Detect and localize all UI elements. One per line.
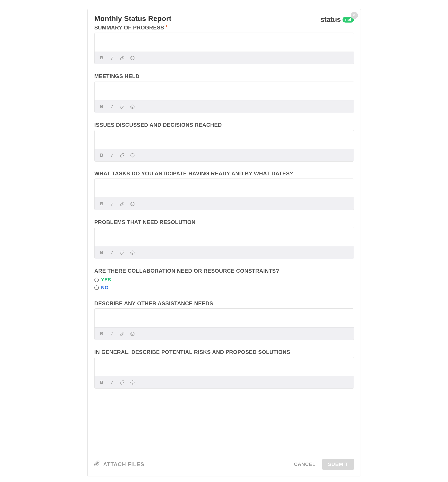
editor-issues: B I [94, 130, 354, 161]
link-icon[interactable] [119, 380, 125, 385]
editor-assist: B I [94, 308, 354, 340]
form-footer: ATTACH FILES CANCEL SUBMIT [94, 459, 354, 470]
svg-point-6 [131, 153, 134, 157]
emoji-icon[interactable] [130, 201, 135, 207]
required-star-icon: * [166, 24, 167, 29]
link-icon[interactable] [119, 331, 125, 337]
label-meetings: MEETINGS HELD [94, 73, 354, 80]
input-risks[interactable] [94, 357, 354, 376]
label-tasks: WHAT TASKS DO YOU ANTICIPATE HAVING READ… [94, 170, 354, 177]
italic-icon[interactable]: I [109, 55, 115, 61]
link-icon[interactable] [119, 153, 125, 158]
italic-icon[interactable]: I [109, 104, 115, 109]
attach-files-button[interactable]: ATTACH FILES [94, 460, 144, 468]
cancel-button[interactable]: CANCEL [294, 461, 315, 467]
toolbar-assist: B I [94, 327, 354, 340]
svg-point-18 [131, 381, 134, 385]
italic-icon[interactable]: I [109, 201, 115, 207]
emoji-icon[interactable] [130, 104, 135, 109]
italic-icon[interactable]: I [109, 153, 115, 158]
toolbar-problems: B I [94, 246, 354, 259]
svg-point-4 [132, 106, 132, 106]
collab-radio-group: YES NO [94, 276, 354, 291]
bold-icon[interactable]: B [99, 380, 104, 385]
link-icon[interactable] [119, 55, 125, 61]
radio-no-label: NO [101, 284, 109, 291]
radio-no[interactable] [94, 285, 99, 290]
brand-logo: status net [321, 16, 354, 24]
svg-point-15 [131, 332, 134, 336]
toolbar-risks: B I [94, 376, 354, 388]
svg-point-13 [132, 252, 132, 252]
svg-point-12 [131, 251, 134, 254]
emoji-icon[interactable] [130, 55, 135, 61]
label-issues: ISSUES DISCUSSED AND DECISIONS REACHED [94, 122, 354, 128]
radio-yes-label: YES [101, 276, 111, 284]
link-icon[interactable] [119, 201, 125, 207]
input-problems[interactable] [94, 227, 354, 246]
label-collab: ARE THERE COLLABORATION NEED OR RESOURCE… [94, 268, 354, 274]
toolbar-issues: B I [94, 149, 354, 161]
label-assist: DESCRIBE ANY OTHER ASSISTANCE NEEDS [94, 300, 354, 307]
input-issues[interactable] [94, 130, 354, 149]
italic-icon[interactable]: I [109, 331, 115, 337]
bold-icon[interactable]: B [99, 153, 104, 158]
svg-point-7 [132, 155, 132, 155]
label-summary-text: SUMMARY OF PROGRESS [94, 24, 164, 31]
bold-icon[interactable]: B [99, 104, 104, 109]
toolbar-meetings: B I [94, 100, 354, 113]
submit-button[interactable]: SUBMIT [322, 459, 354, 470]
report-form-panel: Monthly Status Report status net SUMMARY… [87, 9, 361, 476]
svg-point-19 [132, 382, 132, 382]
svg-point-16 [132, 333, 132, 333]
editor-tasks: B I [94, 178, 354, 210]
bold-icon[interactable]: B [99, 55, 104, 61]
bold-icon[interactable]: B [99, 201, 104, 207]
bold-icon[interactable]: B [99, 250, 104, 255]
input-meetings[interactable] [94, 81, 354, 100]
attach-files-label: ATTACH FILES [103, 461, 144, 467]
radio-no-row[interactable]: NO [94, 284, 354, 291]
input-tasks[interactable] [94, 179, 354, 198]
paperclip-icon [94, 460, 100, 468]
svg-point-9 [131, 202, 134, 206]
label-summary: SUMMARY OF PROGRESS * [94, 24, 354, 31]
label-risks: IN GENERAL, DESCRIBE POTENTIAL RISKS AND… [94, 349, 354, 355]
label-problems: PROBLEMS THAT NEED RESOLUTION [94, 219, 354, 225]
radio-yes-row[interactable]: YES [94, 276, 354, 284]
toolbar-summary: B I [94, 52, 354, 64]
input-summary[interactable] [94, 33, 354, 52]
editor-summary: B I [94, 32, 354, 64]
emoji-icon[interactable] [130, 250, 135, 255]
link-icon[interactable] [119, 250, 125, 255]
close-button[interactable] [351, 12, 358, 19]
radio-yes[interactable] [94, 278, 99, 282]
brand-word: status [321, 16, 341, 24]
editor-meetings: B I [94, 81, 354, 113]
editor-risks: B I [94, 357, 354, 389]
link-icon[interactable] [119, 104, 125, 109]
toolbar-tasks: B I [94, 198, 354, 210]
bold-icon[interactable]: B [99, 331, 104, 337]
emoji-icon[interactable] [130, 331, 135, 337]
emoji-icon[interactable] [130, 153, 135, 158]
italic-icon[interactable]: I [109, 380, 115, 385]
emoji-icon[interactable] [130, 380, 135, 385]
input-assist[interactable] [94, 309, 354, 327]
svg-point-10 [132, 203, 132, 203]
editor-problems: B I [94, 227, 354, 259]
close-icon [353, 13, 356, 17]
svg-point-0 [131, 56, 134, 60]
page-title: Monthly Status Report [94, 15, 172, 23]
italic-icon[interactable]: I [109, 250, 115, 255]
svg-point-3 [131, 105, 134, 108]
